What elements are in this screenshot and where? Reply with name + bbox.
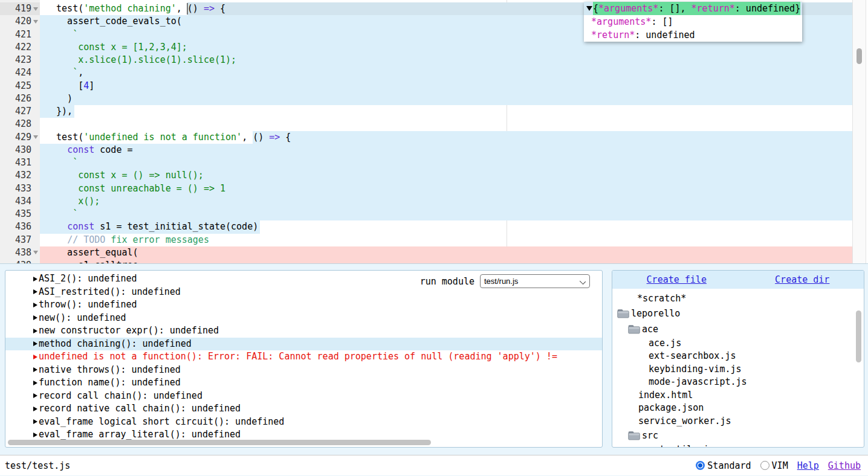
expand-triangle-icon[interactable]	[33, 407, 37, 411]
code-token: , ()	[242, 132, 269, 143]
fold-arrow-icon[interactable]	[33, 7, 38, 11]
code-text: s1.calltree	[45, 260, 138, 264]
calltree-row[interactable]: native throws(): undefined	[5, 364, 602, 377]
filetree-header: Create file Create dir	[612, 271, 864, 289]
editor-code-line[interactable]	[40, 118, 852, 130]
code-token	[45, 183, 78, 194]
fold-arrow-icon[interactable]	[33, 135, 38, 139]
calltree-row[interactable]: record call chain(): undefined	[5, 390, 602, 403]
create-dir-link[interactable]: Create dir	[775, 274, 829, 285]
code-token: test(	[45, 132, 83, 143]
fold-arrow-icon[interactable]	[33, 251, 38, 254]
editor-code-line[interactable]: x.slice(1).slice(1).slice(1);	[40, 54, 852, 66]
calltree-row[interactable]: throw(): undefined	[5, 298, 602, 312]
editor-code-line[interactable]: [4]	[40, 80, 852, 92]
tooltip-row[interactable]: *arguments*: []	[584, 15, 802, 28]
expand-triangle-icon[interactable]	[33, 433, 37, 437]
filetree-row[interactable]: ace.js	[612, 337, 864, 350]
code-text: const code =	[45, 144, 133, 155]
expand-triangle-icon[interactable]	[33, 277, 37, 281]
editor-code-line[interactable]: test('undefined is not a function', () =…	[40, 131, 852, 144]
expand-triangle-icon[interactable]	[33, 329, 37, 333]
gutter-line-number: 430	[0, 144, 40, 156]
calltree-row[interactable]: new constructor expr(): undefined	[5, 324, 602, 338]
calltree-row[interactable]: record native call chain(): undefined	[5, 402, 602, 416]
expand-triangle-icon[interactable]	[33, 393, 37, 398]
github-link[interactable]: Github	[828, 460, 861, 471]
filetree-vertical-scrollbar[interactable]	[856, 310, 861, 362]
editor-code-line[interactable]: const code =	[40, 144, 852, 156]
filetree-row[interactable]: ace	[612, 321, 864, 337]
calltree-row[interactable]: eval_frame logical short circuit(): unde…	[5, 416, 602, 429]
code-token: }	[795, 3, 800, 14]
editor-code-line[interactable]: }),	[40, 105, 852, 118]
radio-unselected-icon[interactable]	[760, 461, 769, 470]
editor-code-line[interactable]: const unreachable = () => 1	[40, 182, 852, 195]
create-file-link[interactable]: Create file	[647, 274, 707, 285]
tooltip-header-row[interactable]: {*arguments*: [], *return*: undefined}	[584, 2, 802, 15]
code-token: *arguments*	[591, 16, 651, 27]
expand-triangle-icon[interactable]	[33, 367, 37, 372]
filetree-row[interactable]: ast_utils.js	[612, 443, 864, 448]
collapse-triangle-icon[interactable]	[586, 6, 592, 11]
expand-triangle-icon[interactable]	[33, 315, 37, 320]
editor-code-line[interactable]: assert_equal(	[40, 246, 852, 259]
editor-code-line[interactable]: `	[40, 208, 852, 220]
filetree-row[interactable]: *scratch*	[612, 292, 864, 306]
calltree-row-label: native throws(): undefined	[39, 364, 181, 377]
gutter-line-number: 433	[0, 182, 40, 195]
calltree-row[interactable]: method chaining(): undefined	[5, 338, 602, 351]
code-token: s1.calltree	[45, 260, 138, 264]
run-module-select[interactable]: test/run.js	[480, 274, 590, 288]
calltree-row[interactable]: function name(): undefined	[5, 376, 602, 390]
editor-code-line[interactable]: )	[40, 92, 852, 105]
value-tooltip[interactable]: {*arguments*: [], *return*: undefined} *…	[584, 2, 802, 42]
code-text: const unreachable = () => 1	[45, 183, 225, 194]
tooltip-row[interactable]: *return*: undefined	[584, 28, 802, 42]
editor-code-line[interactable]: const x = [1,2,3,4];	[40, 41, 852, 54]
calltree-row[interactable]: undefined is not a function(): Error: FA…	[5, 350, 602, 364]
eval-highlight	[40, 92, 852, 105]
editor-scrollbar-thumb[interactable]	[857, 48, 862, 64]
expand-triangle-icon[interactable]	[33, 289, 37, 294]
editor-code-line[interactable]: // TODO fix error messages	[40, 234, 852, 246]
expand-triangle-icon[interactable]	[33, 341, 37, 346]
editor-vertical-scrollbar[interactable]	[852, 0, 866, 263]
code-text: `	[45, 208, 78, 219]
code-editor[interactable]: test('method chaining', () => { assert_c…	[0, 0, 868, 264]
help-link[interactable]: Help	[797, 460, 819, 471]
fold-arrow-icon[interactable]	[33, 20, 38, 24]
keybinding-standard-option[interactable]: Standard	[696, 460, 751, 471]
expand-triangle-icon[interactable]	[33, 381, 37, 385]
line-number: 432	[15, 169, 31, 182]
fold-column	[31, 20, 40, 24]
editor-code-line[interactable]: const s1 = test_initial_state(code)	[40, 220, 852, 233]
filetree-row[interactable]: service_worker.js	[612, 415, 864, 428]
filetree-row[interactable]: index.html	[612, 389, 864, 402]
editor-code-line[interactable]: s1.calltree	[40, 259, 852, 264]
editor-code-line[interactable]: `,	[40, 66, 852, 79]
radio-selected-icon[interactable]	[696, 461, 705, 470]
code-token: x();	[78, 196, 100, 207]
expand-triangle-icon[interactable]	[33, 303, 37, 307]
eval-highlight	[40, 156, 852, 169]
line-number: 421	[15, 28, 31, 41]
calltree-horizontal-scrollbar[interactable]	[8, 440, 431, 445]
filetree-row[interactable]: mode-javascript.js	[612, 376, 864, 389]
expand-triangle-icon[interactable]	[33, 355, 37, 359]
keybinding-vim-option[interactable]: VIM	[760, 460, 788, 471]
filetree-row[interactable]: src	[612, 428, 864, 443]
filetree-row[interactable]: package.json	[612, 402, 864, 415]
expand-triangle-icon[interactable]	[33, 419, 37, 424]
editor-code-line[interactable]: `	[40, 156, 852, 169]
editor-code-line[interactable]: x();	[40, 195, 852, 208]
filetree-row[interactable]: ext-searchbox.js	[612, 350, 864, 363]
calltree-row[interactable]: new(): undefined	[5, 312, 602, 325]
line-number: 438	[15, 246, 31, 259]
code-token: const x = [1,2,3,4];	[78, 42, 187, 53]
editor-code-line[interactable]: const x = () => null();	[40, 169, 852, 182]
keybinding-vim-label: VIM	[772, 460, 788, 471]
filetree-row[interactable]: leporello	[612, 306, 864, 321]
code-text: const x = () => null();	[45, 170, 204, 181]
filetree-row[interactable]: keybinding-vim.js	[612, 363, 864, 376]
